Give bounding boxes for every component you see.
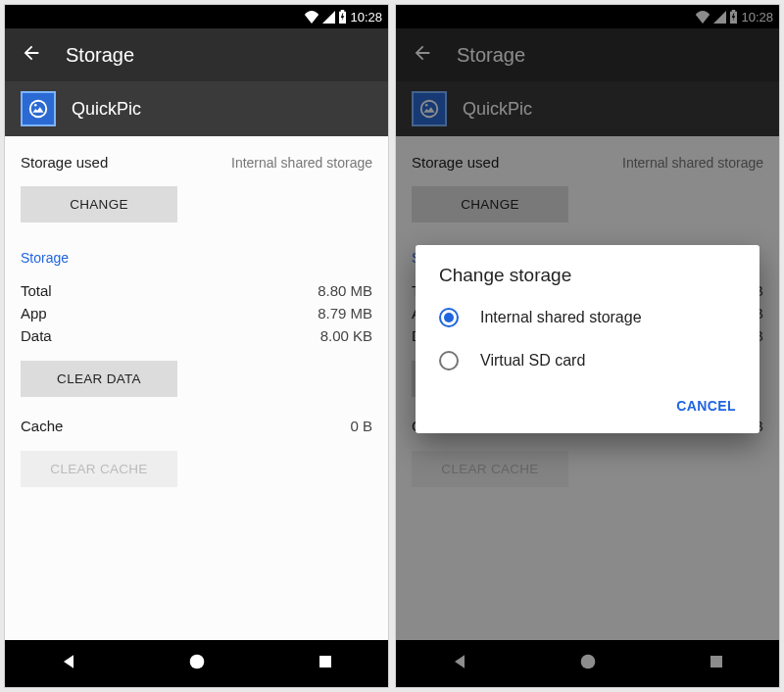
dialog-option-sdcard[interactable]: Virtual SD card	[416, 339, 760, 382]
app-name: QuickPic	[72, 99, 141, 120]
app-icon	[21, 91, 56, 126]
cache-value: 0 B	[350, 418, 372, 434]
storage-used-label: Storage used	[21, 154, 108, 171]
battery-icon	[338, 10, 347, 24]
change-button[interactable]: CHANGE	[21, 186, 177, 222]
storage-row-data: Data 8.00 KB	[21, 324, 372, 347]
phone-left: 10:28 Storage QuickPic Storage used Inte…	[4, 4, 389, 688]
nav-bar	[5, 640, 388, 687]
storage-row-label: Data	[21, 327, 52, 344]
dialog-option-internal[interactable]: Internal shared storage	[416, 296, 760, 339]
cache-label: Cache	[21, 418, 63, 434]
status-time: 10:28	[350, 10, 382, 25]
nav-home-icon[interactable]	[186, 651, 208, 676]
storage-row-label: Total	[21, 282, 52, 299]
svg-rect-4	[319, 656, 331, 667]
change-storage-dialog: Change storage Internal shared storage V…	[416, 245, 760, 433]
storage-used-location: Internal shared storage	[231, 155, 372, 171]
page-title: Storage	[66, 44, 134, 67]
dialog-option-label: Internal shared storage	[480, 309, 642, 326]
svg-point-2	[34, 104, 37, 107]
dialog-option-label: Virtual SD card	[480, 352, 585, 370]
clear-cache-button: CLEAR CACHE	[21, 451, 177, 487]
nav-back-icon[interactable]	[59, 652, 78, 675]
toolbar: Storage	[5, 28, 388, 81]
clear-data-button[interactable]: CLEAR DATA	[21, 361, 177, 397]
nav-recent-icon[interactable]	[317, 653, 334, 674]
storage-row-total: Total 8.80 MB	[21, 279, 372, 302]
storage-row-value: 8.00 KB	[320, 327, 372, 344]
svg-point-3	[190, 655, 205, 669]
app-header: QuickPic	[5, 81, 388, 136]
svg-point-1	[31, 102, 46, 117]
back-icon[interactable]	[21, 42, 42, 68]
section-storage-header: Storage	[21, 250, 372, 266]
radio-unchecked-icon	[439, 351, 459, 371]
cache-row: Cache 0 B	[21, 415, 372, 437]
storage-row-value: 8.80 MB	[318, 282, 372, 299]
dialog-title: Change storage	[416, 265, 760, 296]
storage-row-label: App	[21, 305, 47, 321]
storage-row-app: App 8.79 MB	[21, 302, 372, 324]
wifi-icon	[304, 11, 319, 24]
storage-row-value: 8.79 MB	[318, 305, 372, 321]
status-bar: 10:28	[5, 5, 388, 28]
content-area: Storage used Internal shared storage CHA…	[5, 136, 388, 640]
signal-icon	[322, 11, 335, 24]
radio-checked-icon	[439, 308, 459, 327]
cancel-button[interactable]: CANCEL	[664, 390, 748, 421]
phone-right: 10:28 Storage QuickPic Storage used Inte…	[395, 4, 780, 688]
